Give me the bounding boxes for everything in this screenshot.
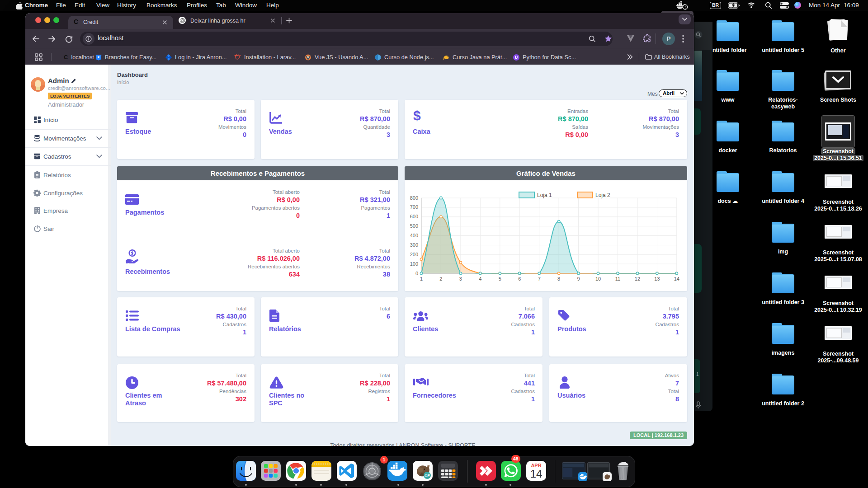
svg-text:Loja 1: Loja 1 — [537, 192, 552, 198]
svg-text:12: 12 — [635, 276, 640, 282]
svg-text:4: 4 — [479, 276, 481, 282]
svg-text:10: 10 — [595, 276, 601, 282]
svg-text:APR: APR — [531, 463, 541, 468]
svg-text:11: 11 — [615, 276, 620, 282]
svg-text:CE: CE — [425, 474, 430, 478]
svg-text:5: 5 — [499, 276, 501, 282]
svg-text:9: 9 — [577, 276, 580, 282]
svg-text:0: 0 — [415, 271, 418, 276]
svg-text:13: 13 — [654, 276, 660, 282]
svg-text:600: 600 — [410, 214, 418, 219]
svg-text:500: 500 — [410, 223, 418, 229]
svg-text:800: 800 — [410, 195, 418, 201]
svg-text:300: 300 — [410, 242, 418, 248]
svg-text:700: 700 — [410, 204, 418, 210]
svg-text:200: 200 — [410, 252, 418, 257]
svg-text:6: 6 — [518, 276, 521, 282]
svg-text:7: 7 — [538, 276, 541, 282]
svg-text:14: 14 — [674, 276, 679, 282]
svg-text:8: 8 — [557, 276, 560, 282]
svg-text:Loja 2: Loja 2 — [595, 192, 610, 198]
svg-text:1: 1 — [420, 276, 423, 282]
svg-text:14: 14 — [530, 468, 542, 480]
svg-text:3: 3 — [459, 276, 462, 282]
svg-text:2: 2 — [439, 276, 442, 282]
svg-text:400: 400 — [410, 233, 418, 238]
svg-text:100: 100 — [410, 261, 418, 267]
